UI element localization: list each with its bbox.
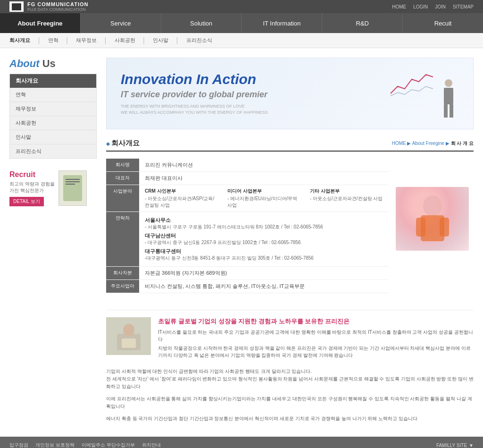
- article-section: 초일류 글로벌 기업의 성장을 지원한 경험과 노하우를 보유한 프리진은 IT…: [106, 310, 474, 423]
- hero-title: Innovation In Action: [121, 71, 268, 87]
- table-row-company: 회사명 프리진 커뮤니케이션: [106, 159, 389, 172]
- top-nav: HOME LOGIN JOIN SITEMAP: [392, 4, 474, 9]
- hero-text: Innovation In Action IT service provider…: [121, 71, 268, 116]
- sub-nav-news[interactable]: 프리진소식: [186, 37, 212, 44]
- company-info-wrapper: 회사명 프리진 커뮤니케이션 대표자 최재완 대표이사 사업분야 CRM 사인본…: [106, 159, 474, 303]
- business-col-crm: CRM 사인본부 - 아웃소싱/근로자파견/ASP/교육/컨설팅 사업: [145, 188, 218, 209]
- hero-line2: WE WILL ALWAYS ACCOMPANY YOU WITH THE EN…: [121, 110, 268, 116]
- sub-nav: 회사개요 │ 연혁 │ 재무정보 │ 사회공헌 │ 인사말 │ 프리진소식: [0, 33, 483, 48]
- sidebar-title-plain: Us: [40, 58, 56, 69]
- nav-solution[interactable]: Solution: [161, 13, 242, 33]
- value-business: CRM 사인본부 - 아웃소싱/근로자파견/ASP/교육/컨설팅 사업 미디어 …: [139, 185, 389, 212]
- article-image: [106, 317, 151, 355]
- svg-point-0: [423, 195, 442, 216]
- breadcrumb-parent: About Freegine: [412, 141, 444, 146]
- svg-rect-6: [122, 338, 136, 348]
- nav-rd[interactable]: R&D: [322, 13, 403, 33]
- article-with-image: 초일류 글로벌 기업의 성장을 지원한 경험과 노하우를 보유한 프리진은 IT…: [106, 317, 474, 361]
- nav-recuit[interactable]: Recuit: [403, 13, 483, 33]
- label-contact: 연락처: [106, 212, 139, 267]
- logo-area: FG COMMUNICATION FUJI DATA COMMUNICATION: [9, 1, 88, 12]
- hero-banner: Innovation In Action IT service provider…: [106, 58, 474, 129]
- footer-family-site[interactable]: FAMILLY SITE ▼: [436, 443, 474, 448]
- article-content: 초일류 글로벌 기업의 성장을 지원한 경험과 노하우를 보유한 프리진은 IT…: [158, 317, 474, 361]
- table-row-business: 사업분야 CRM 사인본부 - 아웃소싱/근로자파견/ASP/교육/컨설팅 사업…: [106, 185, 389, 212]
- article-para1: IT서비스를 필요로 하는 국내외 주요 기업과 공공기관에 고객에 대한 명확…: [158, 329, 474, 343]
- svg-point-5: [123, 324, 134, 336]
- sub-nav-greeting[interactable]: 인사말: [153, 37, 168, 44]
- nav-about-freegine[interactable]: About Freegine: [0, 13, 81, 33]
- nav-join[interactable]: JOIN: [435, 4, 446, 9]
- footer-link-privacy[interactable]: 개인정보 보호정책: [35, 442, 75, 448]
- sidebar-menu-header: 회사개요: [10, 74, 96, 88]
- main-content: Innovation In Action IT service provider…: [106, 58, 474, 427]
- sub-nav-company[interactable]: 회사개요: [9, 37, 30, 44]
- body-text-3: 에너지 확충 등 국가의 기간산업과 첨단 기간산업과 정보통신 분야에서 혁신…: [106, 415, 474, 423]
- value-ceo: 최재완 대표이사: [139, 172, 389, 185]
- footer-link-email[interactable]: 이메일주소 무단수집거부: [82, 442, 135, 448]
- contact-daegu-dong: 대구통대구센터 -대구광역시 동구 신천3동 8451-8 동대구 프리진 빌딩…: [145, 248, 383, 262]
- contact-daegu-nam: 대구남산센터 - 대구광역시 중구 남산1동 2267-9 프리진빌딩 1002…: [145, 232, 383, 246]
- hero-image: [388, 70, 459, 117]
- section-header: 회사개요 HOME ▶ About Freegine ▶ 회 사 개 요: [106, 139, 474, 152]
- top-bar: FG COMMUNICATION FUJI DATA COMMUNICATION…: [0, 0, 483, 13]
- table-row-ceo: 대표자 최재완 대표이사: [106, 172, 389, 185]
- recruit-title: Recruit: [9, 170, 55, 179]
- business-col-other: 기타 사업본부 - 아웃소싱/근로자파견/컨설팅 사업: [310, 188, 383, 209]
- nav-login[interactable]: LOGIN: [413, 4, 428, 9]
- footer-link-location[interactable]: 위치안내: [142, 442, 161, 448]
- svg-rect-2: [416, 218, 425, 237]
- value-contact: 서울사무소 - 서울특별시 구로구 구로동 191-7 에이스테크노타워 8차 …: [139, 212, 389, 267]
- business-col-media: 미디어 사업본부 - 에너지환경/EU라닝/미디어/무역사업: [227, 188, 300, 209]
- detail-button[interactable]: DETAIL 보기: [9, 197, 44, 206]
- sub-nav-finance[interactable]: 재무정보: [76, 37, 97, 44]
- sidebar: About Us 회사개요 연혁 재무정보 사회공헌 인사말 프리진소식 Rec…: [9, 58, 97, 427]
- table-row-contact: 연락처 서울사무소 - 서울특별시 구로구 구로동 191-7 에이스테크노타워…: [106, 212, 389, 267]
- logo-box: [9, 1, 24, 12]
- recruit-desc: 최고의 역량과 경험을 가진 핵심전문가: [9, 181, 55, 194]
- label-capital: 회사자본: [106, 267, 139, 280]
- sidebar-item-greeting[interactable]: 인사말: [10, 130, 96, 144]
- nav-sitemap[interactable]: SITEMAP: [453, 4, 474, 9]
- value-company: 프리진 커뮤니케이션: [139, 159, 389, 172]
- label-main-biz: 주요사업아: [106, 280, 139, 293]
- sidebar-item-history[interactable]: 연혁: [10, 88, 96, 102]
- sidebar-item-news[interactable]: 프리진소식: [10, 144, 96, 158]
- table-row-capital: 회사자본 자본금 366억원 (자기자본 689억원): [106, 267, 389, 280]
- content-wrapper: About Us 회사개요 연혁 재무정보 사회공헌 인사말 프리진소식 Rec…: [0, 48, 483, 437]
- sidebar-item-finance[interactable]: 재무정보: [10, 102, 96, 116]
- logo-icon: [12, 3, 21, 10]
- hero-chart: [388, 70, 435, 98]
- main-nav: About Freegine Service Solution IT Infor…: [0, 13, 483, 33]
- footer-links-bar: 입구점검 개인정보 보호정책 이메일주소 무단수집거부 위치안내 FAMILLY…: [0, 437, 483, 448]
- svg-rect-3: [440, 218, 449, 237]
- person-photo: [396, 187, 474, 303]
- brand-name: FG COMMUNICATION: [27, 1, 88, 7]
- sidebar-title: About Us: [9, 58, 97, 70]
- section-title: 회사개요: [106, 139, 140, 148]
- sidebar-title-blue: About: [9, 58, 40, 69]
- breadcrumb-home: HOME: [392, 141, 406, 146]
- body-text-1: 기업의 사회적 역할에 대한 인식이 급변함에 따라 기업의 사회공헌 행태도 …: [106, 368, 474, 390]
- breadcrumb-current: 회 사 개 요: [451, 141, 474, 146]
- sub-nav-history[interactable]: 연혁: [48, 37, 58, 44]
- value-main-biz: 비지니스 컨설팅, 시스템 통합, 패키지 솔루션, IT아웃소싱, IT교육부…: [139, 280, 389, 293]
- article-para2: 지방의 작물공장으로 시작하여 한국 경제의 성장과 맥을 같이 해온 프리진은…: [158, 345, 474, 359]
- label-business: 사업분야: [106, 185, 139, 212]
- hero-subtitle: IT service provider to global premier: [121, 90, 268, 100]
- nav-it-information[interactable]: IT Information: [242, 13, 322, 33]
- sidebar-item-social[interactable]: 사회공헌: [10, 116, 96, 130]
- footer-link-gate[interactable]: 입구점검: [9, 442, 28, 448]
- company-info-table: 회사명 프리진 커뮤니케이션 대표자 최재완 대표이사 사업분야 CRM 사인본…: [106, 159, 389, 293]
- business-cols: CRM 사인본부 - 아웃소싱/근로자파견/ASP/교육/컨설팅 사업 미디어 …: [145, 188, 383, 209]
- nav-service[interactable]: Service: [81, 13, 161, 33]
- sub-nav-social[interactable]: 사회공헌: [115, 37, 135, 44]
- company-table-area: 회사명 프리진 커뮤니케이션 대표자 최재완 대표이사 사업분야 CRM 사인본…: [106, 159, 389, 303]
- brand-sub: FUJI DATA COMMUNICATION: [27, 7, 88, 12]
- label-company: 회사명: [106, 159, 139, 172]
- nav-home[interactable]: HOME: [392, 4, 406, 9]
- value-capital: 자본금 366억원 (자기자본 689억원): [139, 267, 389, 280]
- recruit-box: Recruit 최고의 역량과 경험을 가진 핵심전문가 DETAIL 보기: [9, 170, 97, 206]
- label-ceo: 대표자: [106, 172, 139, 185]
- body-text-2: 이에 프리진에서는 사회공헌을 통해 삶의 가치를 향상시키는기업이라는 가치를…: [106, 395, 474, 410]
